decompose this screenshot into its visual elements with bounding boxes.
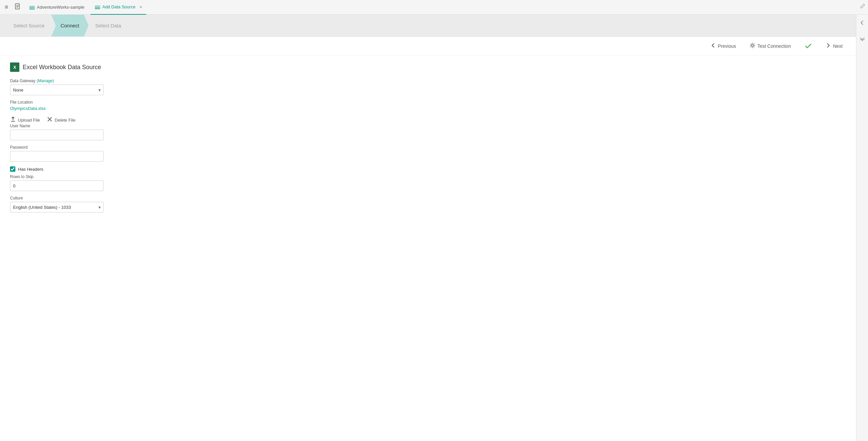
wizard-step-select-data-label: Select Data (95, 23, 121, 28)
svg-line-17 (753, 44, 754, 45)
next-label: Next (833, 43, 843, 49)
tab-add-data-source[interactable]: Add Data Source × (90, 0, 146, 15)
previous-icon (710, 43, 716, 50)
new-document-icon[interactable] (12, 2, 23, 13)
file-location-value[interactable]: OlympicsData.xlsx (10, 106, 846, 111)
password-label: Password (10, 145, 846, 150)
manage-link[interactable]: (Manage) (37, 79, 54, 83)
edit-icon[interactable] (859, 3, 865, 11)
test-connection-icon (749, 42, 755, 50)
svg-rect-6 (29, 9, 35, 9)
main-layout: Select Source Connect Select Data Previo… (0, 15, 868, 441)
username-input[interactable] (10, 129, 103, 140)
delete-file-label: Delete File (55, 118, 75, 123)
data-gateway-group: Data Gateway (Manage) None (10, 79, 846, 95)
upload-icon (10, 116, 16, 124)
rows-to-skip-label: Rows to Skip (10, 174, 846, 179)
upload-file-button[interactable]: Upload File (10, 116, 40, 124)
culture-select-wrapper: English (United States) - 1033 (10, 202, 103, 212)
svg-rect-7 (95, 6, 100, 6)
wizard-steps-bar: Select Source Connect Select Data (0, 15, 856, 37)
has-headers-label: Has Headers (18, 167, 43, 172)
svg-rect-9 (95, 8, 100, 9)
wizard-step-select-source[interactable]: Select Source (7, 15, 51, 36)
action-bar: Previous Test Connec (0, 37, 856, 56)
culture-select[interactable]: English (United States) - 1033 (10, 202, 103, 212)
test-connection-label: Test Connection (757, 43, 791, 49)
wizard-step-select-source-label: Select Source (13, 23, 44, 28)
form-area: X Excel Workbook Data Source Data Gatewa… (0, 56, 856, 441)
wizard-step-select-data[interactable]: Select Data (89, 15, 128, 36)
form-title: Excel Workbook Data Source (23, 64, 101, 71)
password-group: Password (10, 145, 846, 162)
excel-icon: X (10, 62, 19, 72)
svg-rect-4 (29, 6, 35, 7)
tab-add-data-source-label: Add Data Source (102, 4, 135, 9)
wizard-step-connect-label: Connect (60, 23, 79, 28)
rows-to-skip-input[interactable] (10, 180, 103, 191)
file-location-group: File Location OlympicsData.xlsx (10, 100, 846, 111)
delete-file-button[interactable]: Delete File (47, 116, 75, 124)
username-label: User Name (10, 124, 846, 128)
file-location-label: File Location (10, 100, 846, 105)
culture-group: Culture English (United States) - 1033 (10, 196, 846, 212)
svg-line-16 (753, 47, 754, 47)
svg-line-18 (750, 47, 751, 47)
rows-to-skip-group: Rows to Skip (10, 174, 846, 191)
next-icon (826, 43, 831, 50)
upload-file-label: Upload File (18, 118, 40, 123)
test-connection-button[interactable]: Test Connection (746, 40, 794, 52)
tab-close-icon[interactable]: × (140, 4, 142, 10)
hamburger-menu-icon[interactable]: ≡ (3, 2, 10, 12)
right-sidebar (856, 15, 868, 441)
svg-line-15 (750, 44, 751, 45)
check-icon (801, 40, 815, 52)
content-area: Select Source Connect Select Data Previo… (0, 15, 856, 441)
gateway-select-wrapper: None (10, 85, 103, 95)
delete-icon (47, 116, 53, 124)
data-gateway-label: Data Gateway (Manage) (10, 79, 846, 83)
tab-adventure-works[interactable]: AdventureWorks-sample (25, 0, 89, 15)
sidebar-collapse-icon[interactable] (858, 18, 867, 29)
gateway-select[interactable]: None (10, 85, 103, 95)
page-title-row: X Excel Workbook Data Source (10, 62, 846, 72)
username-group: User Name (10, 124, 846, 140)
culture-label: Culture (10, 196, 846, 201)
previous-label: Previous (718, 43, 736, 49)
tab-adventure-works-label: AdventureWorks-sample (37, 5, 85, 10)
svg-rect-5 (29, 7, 35, 8)
has-headers-row[interactable]: Has Headers (10, 166, 846, 172)
file-actions-row: Upload File Delete File (10, 116, 846, 124)
previous-button[interactable]: Previous (707, 41, 739, 52)
sidebar-filter-icon[interactable] (857, 34, 867, 46)
wizard-step-connect[interactable]: Connect (51, 15, 89, 36)
svg-point-10 (751, 45, 753, 47)
top-bar: ≡ AdventureWorks-sample Add Data Source … (0, 0, 868, 15)
svg-rect-8 (95, 7, 100, 8)
has-headers-checkbox[interactable] (10, 166, 16, 172)
password-input[interactable] (10, 151, 103, 162)
next-button[interactable]: Next (822, 41, 846, 52)
